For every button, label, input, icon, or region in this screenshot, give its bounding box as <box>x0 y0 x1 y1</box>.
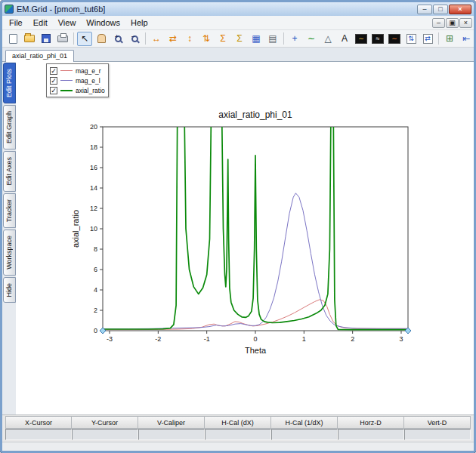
x-tick-label: -1 <box>204 335 210 343</box>
y-tick-label: 8 <box>94 245 97 253</box>
x-tick-label: 3 <box>399 335 403 343</box>
y-tick-label: 6 <box>94 266 97 273</box>
plot-legend[interactable]: ✓mag_e_r✓mag_e_l✓axial_ratio <box>46 63 109 97</box>
magnifier-sign: + <box>115 33 119 40</box>
axes-sync-h-icon: ⇄ <box>423 34 433 44</box>
minimize-button[interactable]: – <box>417 5 432 14</box>
child-close-button[interactable]: × <box>459 18 472 28</box>
title-bar: EM.Grid - [pmom_tut6b] – □ × <box>2 2 474 16</box>
autoscale-x-icon[interactable]: Σ <box>215 32 230 46</box>
close-button[interactable]: × <box>449 5 471 14</box>
status-bar <box>2 442 474 451</box>
caliper-icon[interactable]: ⇤ <box>459 32 474 46</box>
sidebar-tab-edit-axes[interactable]: Edit Axes <box>3 151 16 192</box>
save-icon <box>42 34 51 43</box>
readout-header-h-cal-dx-: H-Cal (dX) <box>205 416 271 429</box>
x-tick-label: -3 <box>107 335 113 343</box>
child-minimize-button[interactable]: – <box>432 18 445 28</box>
legend-label: mag_e_l <box>76 77 100 85</box>
menu-help[interactable]: Help <box>125 17 153 28</box>
app-window: EM.Grid - [pmom_tut6b] – □ × FileEditVie… <box>0 0 476 453</box>
maximize-button[interactable]: □ <box>433 5 448 14</box>
readout-value-2 <box>138 429 205 440</box>
x-tick-label: 2 <box>351 335 354 343</box>
pan-tool-icon[interactable] <box>94 32 109 46</box>
toolbar: ↖+−↔⇄↕⇅ΣΣ▦▤+∼△A∼≈∼⇅⇄⊞⇤≡Layou <box>2 30 474 48</box>
readout-header-h-cal-1-dx-: H-Cal (1/dX) <box>271 416 338 429</box>
sidebar-tab-hide[interactable]: Hide <box>3 277 16 304</box>
main-content: Edit PlotsEdit GraphEdit AxesTrackerWork… <box>2 62 474 414</box>
compress-y-axis-icon[interactable]: ⇅ <box>199 32 214 46</box>
sidebar-tab-label: Tracker <box>5 199 13 222</box>
legend-checkbox-mag_e_l[interactable]: ✓ <box>50 77 57 85</box>
open-file-icon[interactable] <box>22 32 37 46</box>
plot-workspace: 02468101214161820-3-2-10123axial_ratio_p… <box>16 62 474 414</box>
grid-icon[interactable]: ▤ <box>265 32 280 46</box>
y-tick-label: 18 <box>90 143 97 151</box>
readout-value-6 <box>404 429 471 440</box>
readout-header-horz-d: Horz-D <box>338 416 404 429</box>
menu-bar: FileEditViewWindowsHelp –▣× <box>2 16 474 30</box>
waveform-orange-icon[interactable]: ∼ <box>387 32 402 46</box>
new-file-icon <box>9 34 17 44</box>
legend-line-sample <box>60 70 73 71</box>
y-tick-label: 2 <box>94 307 97 314</box>
legend-line-sample <box>60 90 73 91</box>
y-tick-label: 20 <box>90 123 97 131</box>
zoom-in-tool-icon[interactable]: + <box>110 32 125 46</box>
waveform-orange-icon: ∼ <box>388 34 400 44</box>
data-table-icon[interactable]: ▦ <box>249 32 264 46</box>
text-annotation-icon[interactable]: A <box>337 32 352 46</box>
readout-value-3 <box>205 429 271 440</box>
menu-windows[interactable]: Windows <box>81 17 125 28</box>
toolbar-separator <box>145 32 146 45</box>
chart: 02468101214161820-3-2-10123axial_ratio_p… <box>16 62 474 414</box>
app-icon <box>5 5 14 14</box>
y-tick-label: 4 <box>94 286 97 294</box>
add-marker-icon[interactable]: + <box>287 32 302 46</box>
legend-checkbox-axial_ratio[interactable]: ✓ <box>50 87 57 94</box>
menu-file[interactable]: File <box>4 17 28 28</box>
select-tool-icon[interactable]: ↖ <box>77 32 92 46</box>
new-file-icon[interactable] <box>5 32 20 46</box>
toolbar-separator <box>283 32 284 45</box>
legend-label: axial_ratio <box>76 87 105 94</box>
sidebar-tab-workspace[interactable]: Workspace <box>3 230 16 276</box>
readout-value-0 <box>5 429 72 440</box>
fit-window-icon[interactable]: ⊞ <box>442 32 457 46</box>
sidebar-tab-label: Edit Graph <box>5 111 13 143</box>
print-icon[interactable] <box>55 32 70 46</box>
zoom-out-tool-icon[interactable]: − <box>127 32 142 46</box>
magnifier-sign: − <box>131 33 135 40</box>
cursor-readout-table: X-CursorY-CursorV-CaliperH-Cal (dX)H-Cal… <box>2 414 474 442</box>
axes-sync-v-icon[interactable]: ⇅ <box>403 32 419 46</box>
axes-sync-h-icon[interactable]: ⇄ <box>420 32 435 46</box>
waveform-dark-icon[interactable]: ∼ <box>354 32 369 46</box>
polygon-tool-icon[interactable]: △ <box>320 32 335 46</box>
sidebar-tab-tracker[interactable]: Tracker <box>3 193 16 228</box>
waveform-filled-icon[interactable]: ≈ <box>370 32 385 46</box>
sidebar-tab-edit-plots[interactable]: Edit Plots <box>3 63 16 103</box>
tab-axial-ratio-phi-01[interactable]: axial_ratio_phi_01 <box>5 50 74 62</box>
sidebar-tab-label: Edit Axes <box>5 157 13 186</box>
document-tab-bar: axial_ratio_phi_01 <box>2 48 474 62</box>
waveform-dark-icon: ∼ <box>355 34 367 44</box>
sidebar-tab-edit-graph[interactable]: Edit Graph <box>3 105 16 149</box>
child-restore-button[interactable]: ▣ <box>446 18 459 28</box>
expand-y-axis-icon[interactable]: ↕ <box>182 32 197 46</box>
waveform-filled-icon: ≈ <box>372 34 384 44</box>
menu-view[interactable]: View <box>53 17 82 28</box>
legend-label: mag_e_r <box>76 67 101 75</box>
save-icon[interactable] <box>39 32 54 46</box>
menu-edit[interactable]: Edit <box>28 17 53 28</box>
sidebar-tab-label: Edit Plots <box>5 69 13 97</box>
x-tick-label: 1 <box>302 335 306 343</box>
expand-x-axis-icon[interactable]: ↔ <box>149 32 164 46</box>
readout-value-5 <box>338 429 404 440</box>
legend-checkbox-mag_e_r[interactable]: ✓ <box>50 67 57 75</box>
readout-header-v-caliper: V-Caliper <box>138 416 205 429</box>
smooth-curve-icon[interactable]: ∼ <box>304 32 319 46</box>
autoscale-y-icon[interactable]: Σ <box>232 32 247 46</box>
compress-x-axis-icon[interactable]: ⇄ <box>165 32 181 46</box>
y-axis-label: axial_ratio <box>71 210 80 248</box>
